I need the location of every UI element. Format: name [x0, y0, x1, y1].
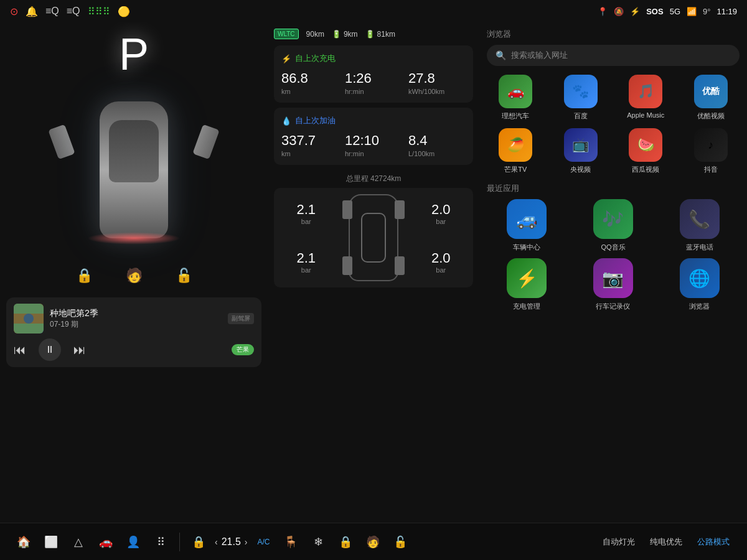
- prev-button[interactable]: ⏮: [14, 343, 26, 357]
- recent-apps-grid: 🚙 车辆中心 🎶 QQ音乐 📞 蓝牙电话 ⚡ 充电管理 📷 行车记录仪 🌐: [487, 199, 740, 311]
- warning-icon-6: 🟡: [118, 6, 130, 17]
- recent-label: 最近应用: [487, 183, 740, 194]
- range-bar: WLTC 90km 🔋 9km 🔋 81km: [274, 29, 473, 39]
- fuel-stats-row: 337.7 km 12:10 hr:min 8.4 L/100km: [281, 133, 466, 157]
- search-bar[interactable]: 🔍 搜索或输入网址: [487, 45, 740, 66]
- warning-icon-4: ≡Q: [67, 6, 80, 17]
- profile-button[interactable]: 👤: [122, 531, 144, 553]
- door-right: [192, 124, 219, 160]
- xigua-icon: 🍉: [629, 128, 662, 162]
- range-electric: 🔋 81km: [365, 30, 395, 39]
- car-button[interactable]: 🚗: [95, 531, 117, 553]
- tire-fr-unit: bar: [431, 218, 451, 225]
- baidu-label: 百度: [574, 111, 588, 121]
- recent-qq-music[interactable]: 🎶 QQ音乐: [573, 199, 654, 252]
- passenger-button[interactable]: 🔓: [389, 531, 411, 553]
- warning-icon-3: ≡Q: [45, 6, 59, 17]
- range-fuel-value: 9km: [344, 30, 358, 39]
- tire-pressure: 2.1 bar 2.1 bar 2.0 bar: [274, 188, 473, 287]
- tire-rear-left: 2.1 bar: [296, 250, 316, 274]
- car-center-label: 车辆中心: [513, 243, 540, 252]
- temp-chevron-right[interactable]: ›: [245, 537, 248, 547]
- app-baidu[interactable]: 🐾 百度: [552, 75, 610, 121]
- tire-rear-right: 2.0 bar: [431, 250, 451, 274]
- apps-button[interactable]: ⠿: [149, 531, 172, 553]
- driver-bottom-button[interactable]: 🧑: [362, 531, 384, 553]
- temp-chevron-left[interactable]: ‹: [215, 537, 218, 547]
- tire-front-left: 2.1 bar: [296, 202, 316, 225]
- app-cctv[interactable]: 📺 央视频: [552, 128, 610, 174]
- app-apple-music[interactable]: 🎵 Apple Music: [617, 75, 675, 121]
- tire-right-column: 2.0 bar 2.0 bar: [431, 202, 451, 274]
- app-youku[interactable]: 优酷 优酷视频: [682, 75, 740, 121]
- media-episode: 07-19 期: [50, 319, 222, 330]
- unlock-button[interactable]: 🔓: [171, 263, 196, 288]
- pure-electric-button[interactable]: 纯电优先: [645, 534, 687, 550]
- car-controls: 🔒 🧑 🔓: [72, 263, 196, 288]
- mango-icon: 🥭: [499, 128, 532, 162]
- defrost-button[interactable]: ❄: [307, 531, 329, 553]
- recent-car-center[interactable]: 🚙 车辆中心: [487, 199, 567, 252]
- road-mode-button[interactable]: 公路模式: [692, 534, 735, 550]
- tire-indicator-rl: [342, 256, 352, 275]
- recent-dashcam[interactable]: 📷 行车记录仪: [573, 258, 654, 311]
- app-douyin[interactable]: ♪ 抖音: [682, 128, 740, 174]
- apple-music-label: Apple Music: [627, 111, 664, 119]
- app-xigua[interactable]: 🍉 西瓜视频: [617, 128, 675, 174]
- temperature-label: 9°: [703, 7, 710, 16]
- recent-browser[interactable]: 🌐 浏览器: [659, 258, 740, 311]
- electric-time: 1:26 hr:min: [345, 70, 402, 95]
- app-mango[interactable]: 🥭 芒果TV: [487, 128, 545, 174]
- water-icon: 💧: [281, 116, 291, 126]
- cctv-label: 央视频: [570, 165, 591, 174]
- home-button[interactable]: 🏠: [12, 531, 35, 553]
- electric-header: ⚡ 自上次充电: [281, 53, 466, 64]
- fuel-distance-value: 337.7: [281, 133, 339, 149]
- range-electric-value: 81km: [377, 30, 395, 39]
- tire-left-column: 2.1 bar 2.1 bar: [296, 202, 316, 274]
- warning-icon-2: 🔔: [26, 6, 38, 17]
- fuel-consumption-value: 8.4: [408, 133, 466, 149]
- recent-charge[interactable]: ⚡ 充电管理: [487, 258, 567, 311]
- next-button[interactable]: ⏭: [73, 343, 86, 357]
- charge-label: 充电管理: [513, 302, 540, 311]
- lock-button[interactable]: 🔒: [72, 263, 96, 288]
- tire-rl-unit: bar: [296, 266, 316, 274]
- qq-music-label: QQ音乐: [601, 243, 625, 252]
- cctv-icon: 📺: [564, 128, 598, 162]
- location-icon: 📍: [598, 7, 608, 16]
- lixiang-icon: 🚗: [499, 75, 532, 108]
- tire-fr-value: 2.0: [431, 202, 451, 218]
- play-pause-button[interactable]: ⏸: [39, 338, 61, 361]
- driver-mode-button[interactable]: 🧑: [121, 263, 146, 288]
- baidu-icon: 🐾: [564, 75, 598, 108]
- seat-heat-button[interactable]: 🪑: [280, 531, 302, 553]
- electric-label: 自上次充电: [295, 53, 336, 64]
- electric-distance-value: 86.8: [281, 70, 339, 86]
- media-player: 种地吧第2季 07-19 期 副驾屏 ⏮ ⏸ ⏭ 芒果: [6, 297, 261, 367]
- main-content: P 🔒 🧑 🔓: [0, 22, 747, 523]
- media-thumbnail: [14, 304, 44, 334]
- fuel-label: 自上次加油: [295, 115, 336, 126]
- app-lixiang[interactable]: 🚗 理想汽车: [487, 75, 545, 121]
- dashcam-label: 行车记录仪: [596, 302, 630, 311]
- bluetooth-icon: ⚡: [630, 7, 640, 16]
- bottom-bar: 🏠 ⬜ △ 🚗 👤 ⠿ 🔒 ‹ 21.5 › A/C 🪑 ❄ 🔒 🧑 🔓 自动灯…: [0, 523, 747, 560]
- qq-music-icon: 🎶: [593, 199, 633, 239]
- fuel-consumption: 8.4 L/100km: [408, 133, 466, 157]
- recent-bluetooth[interactable]: 📞 蓝牙电话: [659, 199, 740, 252]
- media-source-badge: 芒果: [232, 344, 254, 355]
- douyin-icon: ♪: [694, 128, 728, 162]
- browser-icon: 🌐: [680, 258, 720, 298]
- nav-button[interactable]: △: [67, 531, 90, 553]
- mirror-button[interactable]: 🔒: [334, 531, 357, 553]
- lightning-icon: ⚡: [281, 54, 291, 63]
- fuel-time-unit: hr:min: [345, 150, 402, 157]
- status-icons-left: ⊙ 🔔 ≡Q ≡Q ⠿⠿⠿ 🟡: [10, 6, 130, 17]
- ac-button[interactable]: A/C: [252, 531, 275, 553]
- tire-indicator-rr: [395, 256, 405, 275]
- recent-apps-button[interactable]: ⬜: [40, 531, 62, 553]
- auto-lights-button[interactable]: 自动灯光: [598, 534, 640, 550]
- lock-bottom-button[interactable]: 🔒: [187, 531, 210, 553]
- douyin-label: 抖音: [704, 165, 718, 174]
